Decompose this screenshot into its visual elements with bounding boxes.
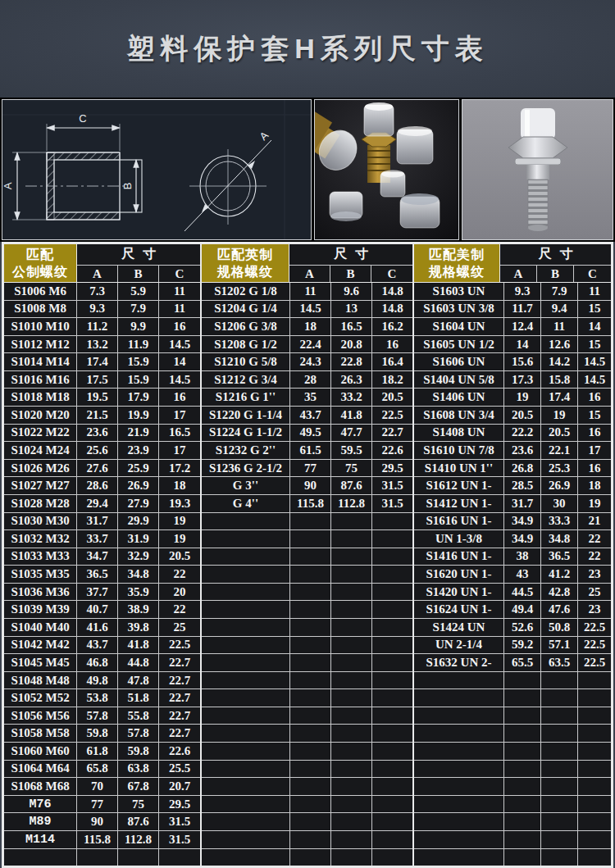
column-labels: A B C [289,266,412,283]
dimension-cell: 22.7 [159,707,200,725]
model-cell: S1210 G 5/8 [202,353,290,370]
model-cell [414,831,504,848]
dimension-cell: 41.8 [331,407,372,424]
dimension-cell [541,813,578,830]
dimension-cell [504,778,541,795]
table-body: S1006 M67.35.911S1008 M89.37.911S1010 M1… [4,283,200,866]
dimension-cell [372,689,412,707]
dimension-cell: 15.9 [118,371,159,389]
column-label-c: C [574,266,611,282]
dimension-cell [290,707,331,725]
column-label-c: C [371,266,412,282]
dimension-cell: 22.5 [159,637,200,654]
model-cell: S1056 M56 [4,707,77,725]
dimension-cell: 7.9 [118,301,159,318]
table-row [414,707,611,725]
table-row: S1048 M4849.847.822.7 [4,672,200,690]
column-labels: A B C [500,266,611,283]
model-cell [414,707,504,725]
model-cell: UN 2-1/4 [414,637,504,654]
table-row: S1224 G 1-1/249.547.722.7 [202,425,412,443]
dimension-cell: 14.8 [372,301,412,318]
size-tables: 匹配 公制螺纹 尺寸 A B C S1006 M67.35.911S1008 M… [2,242,613,868]
model-cell: S1024 M24 [4,442,77,459]
dimension-cell: 11 [541,318,578,335]
dimension-cell [372,813,412,830]
table-row: S1632 UN 2-65.563.522.5 [414,654,611,672]
dimension-cell [290,513,331,530]
table-row [202,654,412,672]
dimension-cell: 90 [77,813,118,830]
table-row [414,672,611,690]
table-row: S1040 M4041.639.825 [4,619,200,637]
column-label-a: A [77,266,118,282]
model-cell: S1048 M48 [4,672,77,689]
dimension-cell: 34.7 [77,548,118,566]
dimension-cell: 22.7 [159,689,200,707]
dimension-cell [541,707,578,725]
dimension-cell [290,831,331,848]
model-cell [202,725,290,742]
table-row: S1216 G 1''3533.220.5 [202,389,412,407]
dimension-cell [372,849,412,866]
dimension-cell: 14.2 [541,353,578,370]
dimension-cell [541,849,578,866]
model-cell: S1026 M26 [4,460,77,477]
dimension-cell [578,725,611,742]
table-row: S1045 M4546.844.822.7 [4,654,200,672]
dimension-cell [504,743,541,760]
dimension-cell [331,566,372,583]
dimension-cell [290,813,331,830]
table-row: S1412 UN 1-31.73019 [414,495,611,513]
dimension-cell: 49.5 [290,425,331,442]
dimension-cell: 112.8 [118,831,159,848]
dimension-cell: 59.2 [504,637,541,654]
dimension-cell: 34.9 [504,530,541,548]
dimension-cell: 55.8 [118,707,159,725]
table-row [414,831,611,849]
dimension-cell: 12.6 [541,336,578,353]
dimension-cell: 65.5 [504,654,541,671]
dimension-cell: 23.6 [504,442,541,459]
dimension-cell [159,849,200,866]
model-cell: S1028 M28 [4,495,77,512]
dimension-cell: 19 [541,407,578,424]
model-cell: S1052 M52 [4,689,77,707]
dimension-cell: 70 [77,778,118,795]
dimension-cell: 31.9 [118,530,159,548]
thread-type-line: 匹配英制 [217,246,273,263]
model-cell [414,689,504,707]
plastic-cap [400,193,440,228]
table-row: S1010 M1011.29.916 [4,318,200,336]
dimension-cell: 47.8 [118,672,159,689]
dimension-cell: 63.5 [541,654,578,671]
model-cell: S1416 UN 1- [414,548,504,566]
dimension-cell [331,813,372,830]
table-row [202,584,412,602]
model-cell: G 4'' [202,495,290,512]
dimension-cell: 23.9 [118,442,159,459]
table-row: S1610 UN 7/823.622.117 [414,442,611,460]
dimension-cell [331,831,372,848]
dimension-cell [331,513,372,530]
model-cell [202,689,290,707]
dimension-cell [290,619,331,636]
table-row: S1616 UN 1-34.933.321 [414,513,611,531]
fitting-photo [462,100,613,239]
dimension-cell [290,778,331,795]
dimension-cell: 18 [159,477,200,494]
dimension-cell: 50.8 [541,619,578,636]
dimension-cell: 28.6 [77,477,118,494]
dimension-cell: 16 [159,389,200,406]
dimension-cell: 22.2 [504,425,541,442]
dimension-cell [331,654,372,671]
table-row: S1410 UN 1''26.825.316 [414,460,611,478]
dimension-cell [504,831,541,848]
model-cell: S1236 G 2-1/2 [202,460,290,477]
model-cell: S1608 UN 3/4 [414,407,504,424]
dimension-cell: 43.7 [290,407,331,424]
plastic-cap [330,192,362,221]
dimension-cell: 115.8 [77,831,118,848]
dimension-cell: 33.2 [331,389,372,406]
model-cell: M114 [4,831,77,848]
